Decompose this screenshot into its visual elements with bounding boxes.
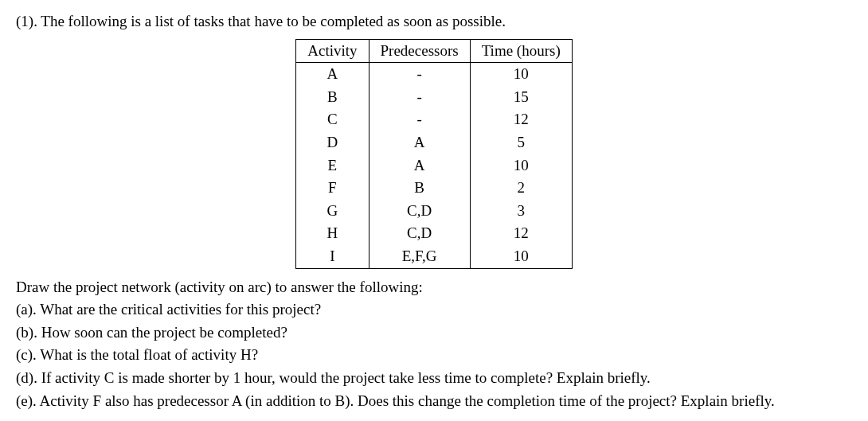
table-row: H C,D 12 xyxy=(296,222,572,245)
cell-time: 12 xyxy=(470,108,572,131)
cell-time: 10 xyxy=(470,154,572,177)
cell-predecessors: C,D xyxy=(369,222,470,245)
cell-time: 12 xyxy=(470,222,572,245)
table-row: B - 15 xyxy=(296,86,572,109)
cell-predecessors: - xyxy=(369,108,470,131)
subquestion-a: (a). What are the critical activities fo… xyxy=(16,299,852,321)
table-row: D A 5 xyxy=(296,131,572,154)
cell-time: 10 xyxy=(470,245,572,268)
table-row: A - 10 xyxy=(296,63,572,86)
cell-predecessors: A xyxy=(369,131,470,154)
cell-time: 5 xyxy=(470,131,572,154)
subquestion-e: (e). Activity F also has predecessor A (… xyxy=(16,391,852,412)
table-header-row: Activity Predecessors Time (hours) xyxy=(296,39,572,63)
cell-time: 2 xyxy=(470,177,572,200)
cell-activity: A xyxy=(296,63,369,86)
instruction-text: Draw the project network (activity on ar… xyxy=(16,277,852,298)
header-time: Time (hours) xyxy=(470,39,572,63)
cell-time: 10 xyxy=(470,63,572,86)
table-row: C - 12 xyxy=(296,108,572,131)
cell-activity: I xyxy=(296,245,369,268)
subquestion-c: (c). What is the total float of activity… xyxy=(16,345,852,366)
cell-activity: G xyxy=(296,200,369,223)
cell-time: 15 xyxy=(470,86,572,109)
activity-table-wrapper: Activity Predecessors Time (hours) A - 1… xyxy=(16,39,852,269)
cell-predecessors: A xyxy=(369,154,470,177)
cell-predecessors: - xyxy=(369,63,470,86)
cell-predecessors: - xyxy=(369,86,470,109)
cell-activity: B xyxy=(296,86,369,109)
table-row: F B 2 xyxy=(296,177,572,200)
table-row: I E,F,G 10 xyxy=(296,245,572,268)
cell-predecessors: C,D xyxy=(369,200,470,223)
header-predecessors: Predecessors xyxy=(369,39,470,63)
table-row: E A 10 xyxy=(296,154,572,177)
header-activity: Activity xyxy=(296,39,369,63)
cell-activity: C xyxy=(296,108,369,131)
cell-activity: E xyxy=(296,154,369,177)
subquestion-d: (d). If activity C is made shorter by 1 … xyxy=(16,368,852,389)
cell-activity: F xyxy=(296,177,369,200)
cell-time: 3 xyxy=(470,200,572,223)
cell-activity: H xyxy=(296,222,369,245)
question-intro: (1). The following is a list of tasks th… xyxy=(16,11,852,33)
cell-predecessors: B xyxy=(369,177,470,200)
table-row: G C,D 3 xyxy=(296,200,572,223)
activity-table: Activity Predecessors Time (hours) A - 1… xyxy=(295,39,572,269)
subquestion-b: (b). How soon can the project be complet… xyxy=(16,322,852,344)
cell-activity: D xyxy=(296,131,369,154)
cell-predecessors: E,F,G xyxy=(369,245,470,268)
